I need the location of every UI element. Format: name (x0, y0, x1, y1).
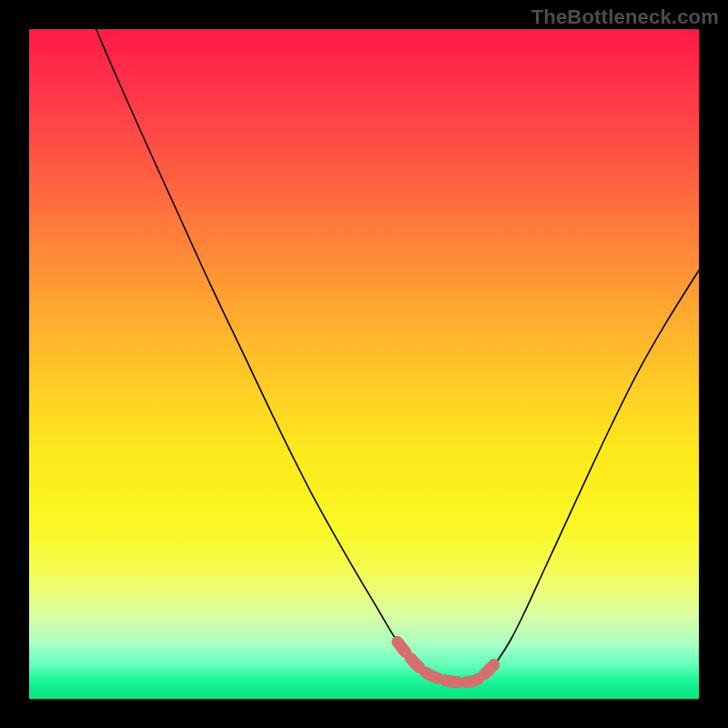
chart-frame: TheBottleneck.com (0, 0, 728, 728)
watermark-text: TheBottleneck.com (531, 5, 719, 29)
bottleneck-curve (96, 29, 699, 682)
plot-area (29, 29, 699, 699)
curve-layer (29, 29, 699, 699)
optimal-region-highlight (398, 642, 498, 682)
